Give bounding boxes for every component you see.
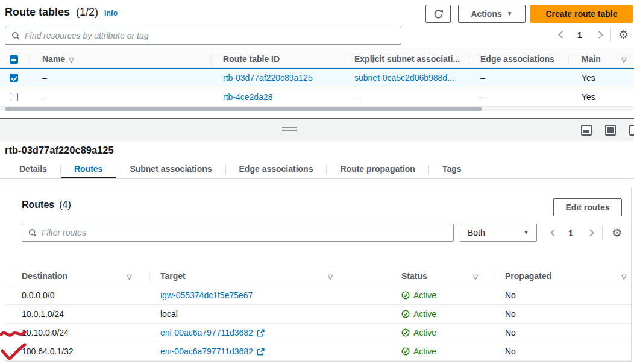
routes-count: (4) <box>59 199 71 210</box>
cell-propagated: No <box>505 309 516 319</box>
search-icon <box>28 228 37 237</box>
cell-propagated: No <box>505 290 516 300</box>
column-header-route-table-id[interactable]: Route table ID▽ <box>223 54 375 64</box>
page-header: Route tables (1/2) Info <box>5 6 118 19</box>
select-all-checkbox[interactable] <box>10 55 18 64</box>
column-header-destination[interactable]: Destination▽ <box>22 271 132 281</box>
cell-subnet: – <box>354 92 359 102</box>
routes-settings-gear-icon[interactable]: ⚙ <box>612 227 622 239</box>
target-link[interactable]: eni-00ac6a797711d3682 <box>160 347 265 356</box>
cell-main: Yes <box>582 73 595 83</box>
chevron-down-icon: ▼ <box>523 230 529 236</box>
tab-tags[interactable]: Tags <box>429 160 475 179</box>
routes-header-row: Destination▽ Target▽ Status▽ Propagated▽ <box>5 266 631 286</box>
tab-edge-associations[interactable]: Edge associations <box>226 160 327 179</box>
split-drag-handle[interactable] <box>282 127 297 131</box>
row-checkbox[interactable] <box>10 93 18 101</box>
subnet-association-link[interactable]: subnet-0ca5c2d06b988d... <box>354 73 454 83</box>
cell-name: – <box>42 92 47 102</box>
column-header-explicit-subnet[interactable]: Explicit subnet associati... <box>354 54 460 64</box>
target-link[interactable]: eni-00ac6a797711d3682 <box>160 328 265 337</box>
filter-routes-input[interactable] <box>42 228 447 237</box>
column-header-main[interactable]: Main▽ <box>582 54 626 64</box>
search-icon <box>11 31 20 40</box>
routes-next-page-button[interactable] <box>583 226 596 239</box>
edit-routes-button[interactable]: Edit routes <box>553 198 622 216</box>
prev-page-button[interactable] <box>554 28 568 41</box>
cell-destination: 100.64.0.1/32 <box>22 347 74 356</box>
page-number[interactable]: 1 <box>577 30 582 40</box>
layout-full-panel-icon[interactable] <box>605 125 616 136</box>
actions-button[interactable]: Actions ▼ <box>458 5 526 23</box>
settings-gear-icon[interactable]: ⚙ <box>618 29 629 40</box>
cell-destination: 10.0.1.0/24 <box>22 309 64 319</box>
route-scope-value: Both <box>468 228 485 237</box>
divider <box>602 226 603 239</box>
cell-status: Active <box>401 309 436 319</box>
target-link[interactable]: igw-055374dc1f5e75e67 <box>160 290 253 300</box>
sort-icon: ▽ <box>473 273 478 280</box>
tabs-bottom-border <box>0 178 634 179</box>
refresh-icon <box>433 9 444 19</box>
cell-destination: 0.0.0.0/0 <box>22 290 55 300</box>
detail-title: rtb-03d77af220c89a125 <box>5 145 114 156</box>
column-header-target[interactable]: Target▽ <box>160 271 333 281</box>
row-checkbox[interactable] <box>10 74 18 82</box>
layout-side-panel-icon[interactable] <box>629 125 634 136</box>
create-label: Create route table <box>545 9 617 19</box>
status-active-icon <box>401 310 410 318</box>
cell-edge: – <box>480 92 485 102</box>
route-table-id-link[interactable]: rtb-03d77af220c89a125 <box>223 73 313 83</box>
search-input[interactable] <box>25 31 395 40</box>
routes-prev-page-button[interactable] <box>547 226 560 239</box>
info-link[interactable]: Info <box>104 9 118 17</box>
sort-icon: ▽ <box>127 273 131 280</box>
table-row: – rtb-4ce2da28 – – Yes <box>0 88 634 107</box>
status-active-icon <box>401 291 410 300</box>
sort-icon: ▽ <box>328 273 333 280</box>
divider <box>610 28 611 41</box>
sort-icon: ▽ <box>621 273 626 280</box>
chevron-down-icon: ▼ <box>507 11 513 17</box>
column-header-edge-associations[interactable]: Edge associations <box>480 54 554 64</box>
next-page-button[interactable] <box>592 28 605 41</box>
status-active-icon <box>401 328 410 337</box>
create-route-table-button[interactable]: Create route table <box>530 5 633 23</box>
sort-icon: ▽ <box>621 56 626 63</box>
tab-route-propagation[interactable]: Route propagation <box>327 160 428 179</box>
column-header-status[interactable]: Status▽ <box>401 271 478 281</box>
horizontal-scrollbar-thumb[interactable] <box>5 107 482 111</box>
cell-status: Active <box>401 347 436 356</box>
sort-icon: ▽ <box>69 56 74 63</box>
cell-propagated: No <box>505 347 516 356</box>
tab-details[interactable]: Details <box>6 160 60 179</box>
cell-status: Active <box>401 328 436 337</box>
cell-main: Yes <box>582 92 595 102</box>
edit-routes-label: Edit routes <box>565 202 609 212</box>
route-row: 10.10.0.0/24 eni-00ac6a797711d3682 Activ… <box>5 324 631 342</box>
column-header-name[interactable]: Name▽ <box>42 54 74 64</box>
external-link-icon <box>257 348 265 356</box>
route-scope-select[interactable]: Both ▼ <box>460 224 537 242</box>
route-row: 100.64.0.1/32 eni-00ac6a797711d3682 Acti… <box>5 343 631 361</box>
find-resources-search[interactable] <box>5 27 401 45</box>
actions-label: Actions <box>471 9 501 19</box>
tab-routes[interactable]: Routes <box>61 160 116 179</box>
routes-page-number[interactable]: 1 <box>568 228 573 238</box>
split-pane-toolbar <box>0 119 634 141</box>
routes-panel: Routes (4) Edit routes Both ▼ 1 ⚙ De <box>5 187 632 362</box>
cell-propagated: No <box>505 328 516 337</box>
filter-routes-search[interactable] <box>22 224 454 242</box>
table-row-selected: – rtb-03d77af220c89a125 subnet-0ca5c2d06… <box>0 68 634 87</box>
cell-status: Active <box>401 290 436 300</box>
routes-title: Routes <box>22 199 54 210</box>
cell-edge: – <box>480 73 485 83</box>
page-title: Route tables <box>5 6 70 19</box>
cell-destination: 10.10.0.0/24 <box>22 328 69 337</box>
tab-subnet-associations[interactable]: Subnet associations <box>116 160 225 179</box>
refresh-button[interactable] <box>425 5 451 23</box>
route-table-id-link[interactable]: rtb-4ce2da28 <box>223 92 273 102</box>
route-tables-console: Route tables (1/2) Info Actions ▼ Create… <box>0 0 634 364</box>
layout-bottom-panel-icon[interactable] <box>581 125 592 136</box>
column-header-propagated[interactable]: Propagated▽ <box>505 271 626 281</box>
